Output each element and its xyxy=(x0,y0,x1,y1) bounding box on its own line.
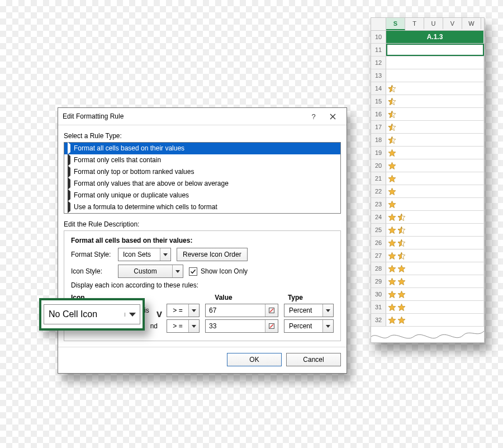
data-cell[interactable] xyxy=(386,185,484,197)
operator-select[interactable]: > = xyxy=(167,304,200,317)
cancel-button[interactable]: Cancel xyxy=(286,353,341,366)
data-cell[interactable] xyxy=(386,56,484,69)
svg-marker-11 xyxy=(388,188,396,195)
row-header[interactable]: 10 xyxy=(371,31,386,43)
type-select[interactable]: Percent xyxy=(284,304,334,317)
data-cell[interactable] xyxy=(386,301,484,313)
rule-type-list[interactable]: Format all cells based on their valuesFo… xyxy=(64,142,341,214)
data-cell[interactable] xyxy=(386,108,484,120)
dialog-title: Edit Formatting Rule xyxy=(63,112,124,120)
star-full-icon xyxy=(388,290,396,299)
type-select[interactable]: Percent xyxy=(284,319,334,333)
range-picker-button[interactable] xyxy=(265,304,278,317)
data-cell[interactable] xyxy=(386,121,484,133)
row-header[interactable]: 23 xyxy=(371,198,386,210)
grid-row: 26 xyxy=(371,237,484,249)
svg-marker-28 xyxy=(398,304,405,310)
data-cell[interactable] xyxy=(386,159,484,172)
star-half-icon xyxy=(397,226,406,234)
show-icon-only-checkbox[interactable]: Show Icon Only xyxy=(189,267,248,276)
data-cell[interactable] xyxy=(386,198,484,210)
ok-button[interactable]: OK xyxy=(227,353,282,366)
row-header[interactable]: 11 xyxy=(371,44,386,56)
column-header[interactable]: T xyxy=(405,18,424,29)
column-header[interactable]: V xyxy=(443,18,462,29)
column-header[interactable]: U xyxy=(424,18,443,29)
row-header[interactable]: 24 xyxy=(371,211,386,223)
row-header[interactable]: 28 xyxy=(371,262,386,275)
rule-type-option[interactable]: Format only values that are above or bel… xyxy=(64,178,340,190)
data-cell[interactable] xyxy=(386,262,484,275)
row-header[interactable]: 19 xyxy=(371,147,386,159)
data-cell[interactable] xyxy=(386,249,484,262)
svg-marker-13 xyxy=(388,214,396,220)
row-header[interactable]: 31 xyxy=(371,301,386,313)
row-header[interactable]: 13 xyxy=(371,69,386,82)
data-cell[interactable] xyxy=(386,82,484,95)
grid-row: 15 xyxy=(371,95,484,108)
data-cell[interactable] xyxy=(386,147,484,159)
grid-row: 32 xyxy=(371,314,484,327)
rule-type-option[interactable]: Use a formula to determine which cells t… xyxy=(64,201,340,213)
row-header[interactable]: 32 xyxy=(371,314,386,326)
row-header[interactable]: 29 xyxy=(371,275,386,287)
rule-type-option[interactable]: Format all cells based on their values xyxy=(64,143,340,154)
data-cell[interactable] xyxy=(386,224,484,236)
data-cell[interactable] xyxy=(386,275,484,287)
icon-style-select[interactable]: Custom xyxy=(118,265,183,278)
value-input[interactable] xyxy=(205,304,278,317)
no-cell-icon-select[interactable]: No Cell Icon xyxy=(44,304,140,324)
column-headers: STUVW xyxy=(371,18,484,31)
row-header[interactable]: 12 xyxy=(371,56,386,69)
data-cell[interactable] xyxy=(386,69,484,82)
row-header[interactable]: 25 xyxy=(371,224,386,236)
grid-row: 27 xyxy=(371,249,484,262)
star-full-icon xyxy=(397,303,406,312)
column-header[interactable]: S xyxy=(386,18,405,30)
range-picker-button[interactable] xyxy=(265,320,278,332)
edit-rule-description-label: Edit the Rule Description: xyxy=(64,220,341,228)
chevron-down-icon xyxy=(125,313,140,317)
data-cell[interactable] xyxy=(386,172,484,185)
data-cell[interactable] xyxy=(386,237,484,249)
title-cell[interactable]: A.1.3 xyxy=(386,31,484,43)
rule-type-option[interactable]: Format only top or bottom ranked values xyxy=(64,166,340,178)
row-header[interactable]: 27 xyxy=(371,249,386,262)
row-header[interactable]: 17 xyxy=(371,121,386,133)
column-header[interactable]: W xyxy=(462,18,481,29)
help-button[interactable]: ? xyxy=(304,110,323,123)
row-header[interactable]: 22 xyxy=(371,185,386,197)
pointer-icon xyxy=(68,155,70,165)
row-header[interactable]: 21 xyxy=(371,172,386,185)
data-cell[interactable] xyxy=(386,134,484,146)
grid-row: 19 xyxy=(371,147,484,159)
value-input[interactable] xyxy=(205,319,278,333)
data-cell[interactable] xyxy=(386,44,484,56)
data-cell[interactable] xyxy=(386,314,484,326)
grid-row: 22 xyxy=(371,185,484,198)
row-header[interactable]: 20 xyxy=(371,159,386,172)
grid-row: 21 xyxy=(371,172,484,185)
reverse-icon-order-button[interactable]: Reverse Icon Order xyxy=(177,248,248,261)
data-cell[interactable] xyxy=(386,211,484,223)
row-header[interactable]: 18 xyxy=(371,134,386,146)
rule-type-option[interactable]: Format only cells that contain xyxy=(64,154,340,166)
format-style-select[interactable]: Icon Sets xyxy=(118,248,171,261)
grid-row: 16 xyxy=(371,108,484,121)
row-header[interactable]: 26 xyxy=(371,237,386,249)
svg-marker-29 xyxy=(388,317,396,323)
value-column-header: Value xyxy=(215,294,279,301)
check-icon xyxy=(190,268,196,275)
row-header[interactable]: 16 xyxy=(371,108,386,120)
row-header[interactable]: 15 xyxy=(371,95,386,107)
operator-select[interactable]: > = xyxy=(167,319,200,333)
row-header[interactable]: 30 xyxy=(371,288,386,300)
grid-row: 12 xyxy=(371,56,484,69)
close-button[interactable] xyxy=(323,110,342,123)
star-full-icon xyxy=(388,265,396,273)
data-cell[interactable] xyxy=(386,288,484,300)
data-cell[interactable] xyxy=(386,95,484,107)
rule-type-option[interactable]: Format only unique or duplicate values xyxy=(64,190,340,201)
row-header[interactable]: 14 xyxy=(371,82,386,95)
pointer-icon xyxy=(68,179,70,188)
